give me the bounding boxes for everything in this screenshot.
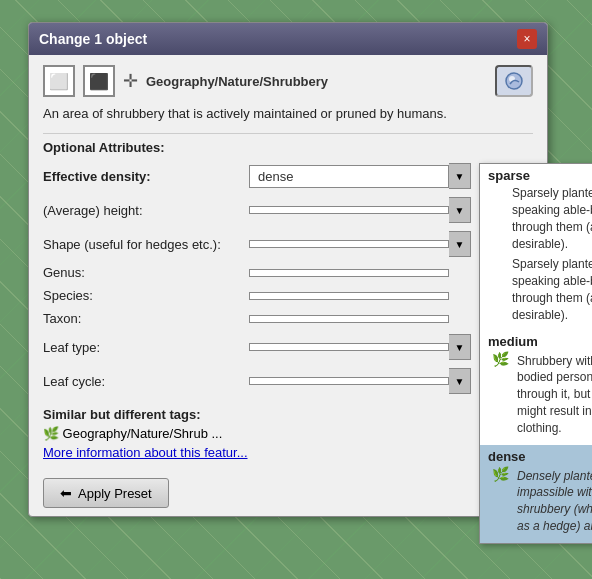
object-icon-1: ⬜ bbox=[43, 65, 75, 97]
leaf-type-select[interactable] bbox=[249, 343, 449, 351]
height-select-arrow[interactable]: ▼ bbox=[449, 197, 471, 223]
dense-title: dense bbox=[488, 449, 592, 464]
field-row-taxon: Taxon: bbox=[43, 311, 533, 326]
divider-1 bbox=[43, 133, 533, 134]
dropdown-item-sparse[interactable]: sparse Sparsely planted shrubbery. Gener… bbox=[480, 164, 592, 329]
field-row-leaf-cycle: Leaf cycle: ▼ bbox=[43, 368, 533, 394]
field-row-shape: Shape (useful for hedges etc.): ▼ bbox=[43, 231, 533, 257]
medium-desc-text: Shrubbery with a medium density. Able-bo… bbox=[513, 351, 592, 439]
density-select-arrow[interactable]: ▼ bbox=[449, 163, 471, 189]
leaf-cycle-label: Leaf cycle: bbox=[43, 374, 243, 389]
sparse-title: sparse bbox=[488, 168, 592, 183]
medium-title: medium bbox=[488, 334, 592, 349]
dialog-body: ⬜ ⬛ ✛ Geography/Nature/Shrubbery An area… bbox=[29, 55, 547, 470]
dialog-title: Change 1 object bbox=[39, 31, 147, 47]
taxon-label: Taxon: bbox=[43, 311, 243, 326]
leaf-cycle-select-wrapper: ▼ bbox=[249, 368, 471, 394]
object-icon-2: ⬛ bbox=[83, 65, 115, 97]
density-label: Effective density: bbox=[43, 169, 243, 184]
height-label: (Average) height: bbox=[43, 203, 243, 218]
change-object-dialog: Change 1 object × ⬜ ⬛ ✛ Geography/Nature… bbox=[28, 22, 548, 517]
optional-attributes-label: Optional Attributes: bbox=[43, 140, 533, 155]
similar-label: Similar but different tags: bbox=[43, 407, 533, 422]
shape-label: Shape (useful for hedges etc.): bbox=[43, 237, 243, 252]
sparse-desc: Sparsely planted shrubbery. Generally sp… bbox=[488, 183, 592, 254]
dropdown-item-medium[interactable]: medium 🌿 Shrubbery with a medium density… bbox=[480, 330, 592, 445]
sparse-desc-text: Sparsely planted shrubbery. Generally sp… bbox=[488, 254, 592, 325]
leaf-cycle-select[interactable] bbox=[249, 377, 449, 385]
genus-input[interactable] bbox=[249, 269, 449, 277]
similar-section: Similar but different tags: 🌿 Geography/… bbox=[43, 407, 533, 460]
taxon-input[interactable] bbox=[249, 315, 449, 323]
move-icon[interactable]: ✛ bbox=[123, 70, 138, 92]
close-button[interactable]: × bbox=[517, 29, 537, 49]
density-select-wrapper: dense ▼ sparse Sparsely planted shrubber… bbox=[249, 163, 471, 189]
field-row-genus: Genus: bbox=[43, 265, 533, 280]
field-row-species: Species: bbox=[43, 288, 533, 303]
apply-preset-button[interactable]: ⬅ Apply Preset bbox=[43, 478, 169, 508]
link-icon bbox=[503, 70, 525, 92]
bottom-bar: ⬅ Apply Preset bbox=[29, 470, 547, 516]
leaf-type-label: Leaf type: bbox=[43, 340, 243, 355]
dense-desc-text: Densely planted shrubbery. Effectively i… bbox=[513, 466, 592, 537]
leaf-cycle-select-arrow[interactable]: ▼ bbox=[449, 368, 471, 394]
height-select[interactable] bbox=[249, 206, 449, 214]
leaf-type-select-arrow[interactable]: ▼ bbox=[449, 334, 471, 360]
field-row-height: (Average) height: ▼ bbox=[43, 197, 533, 223]
shape-select-wrapper: ▼ bbox=[249, 231, 471, 257]
object-header-row: ⬜ ⬛ ✛ Geography/Nature/Shrubbery bbox=[43, 65, 533, 97]
shape-select-arrow[interactable]: ▼ bbox=[449, 231, 471, 257]
field-row-density: Effective density: dense ▼ sparse Sparse… bbox=[43, 163, 533, 189]
leaf-type-select-wrapper: ▼ bbox=[249, 334, 471, 360]
apply-preset-icon: ⬅ bbox=[60, 485, 72, 501]
species-label: Species: bbox=[43, 288, 243, 303]
dense-shrub-icon: 🌿 bbox=[492, 466, 509, 537]
similar-row: 🌿 Geography/Nature/Shrub ... bbox=[43, 426, 533, 441]
more-info-row: More information about this featur... bbox=[43, 445, 533, 460]
similar-item: 🌿 Geography/Nature/Shrub ... bbox=[43, 426, 222, 441]
field-row-leaf-type: Leaf type: ▼ bbox=[43, 334, 533, 360]
more-info-link[interactable]: More information about this featur... bbox=[43, 445, 248, 460]
dialog-titlebar: Change 1 object × bbox=[29, 23, 547, 55]
genus-label: Genus: bbox=[43, 265, 243, 280]
species-input[interactable] bbox=[249, 292, 449, 300]
apply-preset-label: Apply Preset bbox=[78, 486, 152, 501]
density-select[interactable]: dense bbox=[249, 165, 449, 188]
height-select-wrapper: ▼ bbox=[249, 197, 471, 223]
link-button[interactable] bbox=[495, 65, 533, 97]
object-name: Geography/Nature/Shrubbery bbox=[146, 74, 328, 89]
density-dropdown: sparse Sparsely planted shrubbery. Gener… bbox=[479, 163, 592, 544]
fields-section: Effective density: dense ▼ sparse Sparse… bbox=[43, 163, 533, 399]
dropdown-item-dense[interactable]: dense 🌿 Densely planted shrubbery. Effec… bbox=[480, 445, 592, 543]
shape-select[interactable] bbox=[249, 240, 449, 248]
object-description: An area of shrubbery that is actively ma… bbox=[43, 105, 533, 123]
medium-shrub-icon: 🌿 bbox=[492, 351, 509, 439]
